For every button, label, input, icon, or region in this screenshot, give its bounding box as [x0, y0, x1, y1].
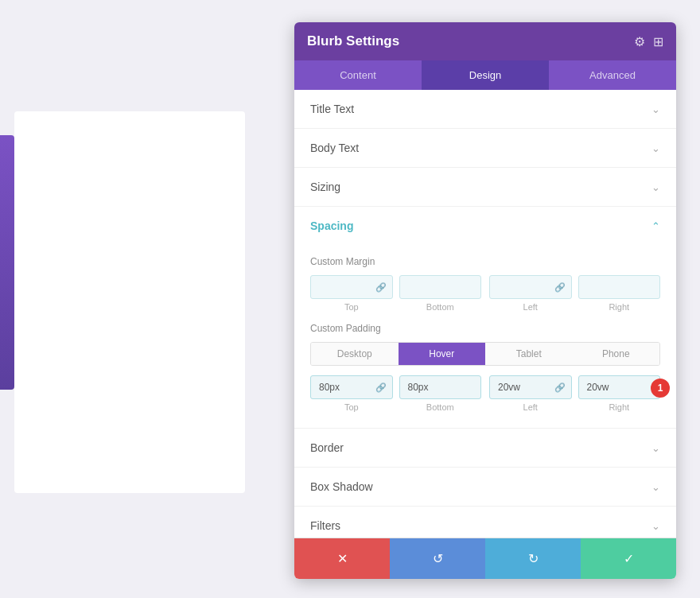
- resp-tab-tablet[interactable]: Tablet: [485, 343, 573, 365]
- margin-right-input[interactable]: [578, 275, 661, 299]
- margin-left-group: 🔗 Left: [489, 275, 572, 312]
- blurb-settings-panel: Blurb Settings ⚙ ⊞ Content Design Advanc…: [294, 22, 676, 579]
- padding-top-bottom-group: 🔗 Top Bottom: [310, 375, 481, 412]
- header-icons: ⚙ ⊞: [634, 34, 663, 49]
- panel-footer: ✕ ↺ ↻ ✓: [294, 538, 676, 579]
- reset-button[interactable]: ↺: [390, 538, 485, 579]
- custom-padding-label: Custom Padding: [310, 323, 660, 334]
- chevron-spacing: ⌃: [651, 220, 660, 232]
- link-icon-margin-left: 🔗: [554, 282, 566, 293]
- link-icon-margin-top: 🔗: [375, 282, 387, 293]
- section-filters[interactable]: Filters ⌄: [294, 507, 676, 538]
- chevron-body-text: ⌄: [651, 142, 660, 154]
- padding-left-right-group: 🔗 Left Right 1: [489, 375, 660, 412]
- padding-bottom-group: Bottom: [399, 375, 482, 412]
- padding-top-label: Top: [310, 402, 393, 412]
- padding-top-input-group: 🔗: [310, 375, 393, 399]
- cancel-button[interactable]: ✕: [294, 538, 390, 579]
- section-sizing-label: Sizing: [310, 181, 340, 193]
- chevron-border: ⌄: [651, 442, 660, 454]
- responsive-tabs: Desktop Hover Tablet Phone: [310, 342, 660, 366]
- chevron-sizing: ⌄: [651, 181, 660, 193]
- section-sizing[interactable]: Sizing ⌄: [294, 168, 676, 207]
- padding-left-label: Left: [489, 402, 572, 412]
- section-border[interactable]: Border ⌄: [294, 429, 676, 468]
- section-body-text-label: Body Text: [310, 142, 359, 154]
- link-icon-padding-top: 🔗: [375, 382, 387, 393]
- custom-margin-label: Custom Margin: [310, 256, 660, 267]
- padding-right-input-group: [578, 375, 661, 399]
- section-spacing[interactable]: Spacing ⌃: [294, 207, 676, 245]
- padding-right-group: Right 1: [578, 375, 661, 412]
- red-badge: 1: [651, 379, 670, 398]
- section-border-label: Border: [310, 441, 344, 454]
- panel-body: Title Text ⌄ Body Text ⌄ Sizing ⌄ Spacin…: [294, 90, 676, 538]
- margin-right-label: Right: [578, 302, 661, 312]
- padding-right-label: Right: [578, 402, 661, 412]
- margin-row: 🔗 Top Bottom: [310, 275, 660, 312]
- padding-bottom-input-group: [399, 375, 482, 399]
- section-spacing-label: Spacing: [310, 219, 353, 232]
- left-accent: [0, 135, 14, 390]
- margin-left-input-group: 🔗: [489, 275, 572, 299]
- white-card: [14, 111, 245, 493]
- margin-top-group: 🔗 Top: [310, 275, 393, 312]
- panel-header: Blurb Settings ⚙ ⊞: [294, 22, 676, 60]
- padding-inputs-row: 🔗 Top Bottom: [310, 375, 660, 412]
- resp-tab-phone[interactable]: Phone: [573, 343, 660, 365]
- chevron-title-text: ⌄: [651, 103, 660, 115]
- panel-title: Blurb Settings: [307, 33, 399, 49]
- settings-icon[interactable]: ⚙: [634, 34, 645, 49]
- tab-advanced[interactable]: Advanced: [549, 60, 676, 90]
- link-icon-padding-left: 🔗: [554, 382, 566, 393]
- tab-design[interactable]: Design: [422, 60, 549, 90]
- padding-bottom-input[interactable]: [399, 375, 482, 399]
- padding-left-input-group: 🔗: [489, 375, 572, 399]
- spacing-content: Custom Margin 🔗 Top B: [294, 256, 676, 429]
- margin-top-input-group: 🔗: [310, 275, 393, 299]
- margin-bottom-input-group: [399, 275, 482, 299]
- padding-left-group: 🔗 Left: [489, 375, 572, 412]
- padding-top-group: 🔗 Top: [310, 375, 393, 412]
- margin-bottom-group: Bottom: [399, 275, 482, 312]
- section-title-text[interactable]: Title Text ⌄: [294, 90, 676, 129]
- padding-right-input[interactable]: [578, 375, 661, 399]
- section-body-text[interactable]: Body Text ⌄: [294, 129, 676, 168]
- section-title-text-label: Title Text: [310, 103, 354, 115]
- resp-tab-hover[interactable]: Hover: [399, 343, 486, 365]
- tab-content[interactable]: Content: [294, 60, 422, 90]
- section-box-shadow[interactable]: Box Shadow ⌄: [294, 468, 676, 507]
- resp-tab-desktop[interactable]: Desktop: [311, 343, 399, 365]
- save-button[interactable]: ✓: [581, 538, 676, 579]
- margin-right-group: Right: [578, 275, 661, 312]
- expand-icon[interactable]: ⊞: [653, 34, 663, 49]
- margin-bottom-input[interactable]: [399, 275, 482, 299]
- tab-bar: Content Design Advanced: [294, 60, 676, 90]
- chevron-filters: ⌄: [651, 520, 660, 532]
- margin-left-right-group: 🔗 Left Right: [489, 275, 660, 312]
- margin-top-bottom-group: 🔗 Top Bottom: [310, 275, 481, 312]
- section-filters-label: Filters: [310, 519, 340, 532]
- chevron-box-shadow: ⌄: [651, 481, 660, 493]
- redo-button[interactable]: ↻: [485, 538, 581, 579]
- margin-left-label: Left: [489, 302, 572, 312]
- margin-bottom-label: Bottom: [399, 302, 482, 312]
- margin-right-input-group: [578, 275, 661, 299]
- padding-bottom-label: Bottom: [399, 402, 482, 412]
- section-box-shadow-label: Box Shadow: [310, 480, 373, 493]
- margin-top-label: Top: [310, 302, 393, 312]
